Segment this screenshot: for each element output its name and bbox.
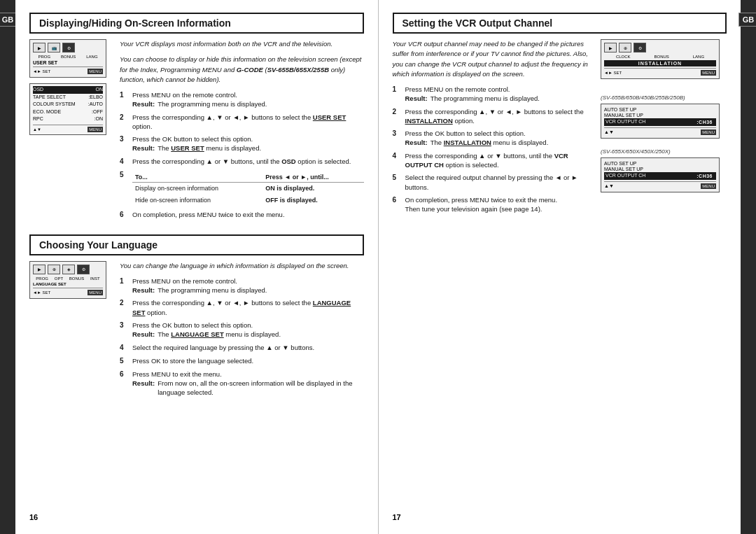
vcr-menu-1: OSD ON TAPE SELECT :ELBO COLOUR SYSTEM :… [29,83,106,135]
vcr-bottom-lang: ◄► SET MENU [33,288,103,295]
section2-content: ▶ ⊕ ◈ ⚙ PROG OPT BONUS INST L [29,261,364,401]
step-2-5: 5 Press OK to store the language selecte… [120,356,364,366]
gb-label-right: GB [738,13,756,27]
screen-group-655b: (SV-655B/650B/450B/255B/250B) AUTO SET U… [601,94,727,139]
section1-images: ▶ 📺 ⚙ PROG BONUS LANG USER SET [29,39,110,223]
right-screens: ▶ ⊕ ⚙ CLOCK BONUS LANG INSTALLATION [601,39,727,218]
small-vcr-655b: AUTO SET UP MANUAL SET UP VCR OUTPUT CH … [601,104,720,139]
right-section-text: Your VCR output channel may need to be c… [393,39,592,218]
vcr-right-icon3: ⚙ [634,43,646,52]
vcr-icon-l2: ⊕ [48,265,60,274]
right-intro: Your VCR output channel may need to be c… [393,39,592,79]
section1-steps: 1 Press MENU on the remote control. Resu… [120,90,364,220]
vcr-menu-row-eco: ECO. MODE :OFF [33,108,103,116]
step-1-4: 4 Press the corresponding ▲ or ▼ buttons… [120,157,364,167]
right-step-3: 3 Press the OK button to select this opt… [393,129,592,148]
vcr-labels-1: PROG BONUS LANG [33,55,103,59]
vcr-screen-right-top: ▶ ⊕ ⚙ CLOCK BONUS LANG INSTALLATION [601,39,720,79]
section1-intro: Your VCR displays most information both … [120,39,364,49]
step-2-6: 6 Press MENU to exit the menu. Result: F… [120,370,364,398]
vcr-right-icons: ▶ ⊕ ⚙ [604,43,716,52]
vcr-right-icon2: ⊕ [619,43,631,52]
vcr-menu-row-colour: COLOUR SYSTEM :AUTO [33,101,103,108]
section2-title-box: Choosing Your Language [29,234,364,255]
gb-tab-left: GB [0,0,15,534]
section-right-title: Setting the VCR Output Channel [402,17,718,29]
vcr-user-set: USER SET [33,60,103,65]
gb-tab-right: GB [741,0,756,534]
vcr-menu-row-osd: OSD ON [33,86,103,94]
screen-group-655x: (SV-655X/650X/450X/250X) AUTO SET UP MAN… [601,148,727,192]
step-1-3: 3 Press the OK button to select this opt… [120,134,364,153]
right-step-6: 6 On completion, press MENU twice to exi… [393,195,592,214]
step-1-6: 6 On completion, press MENU twice to exi… [120,210,364,220]
section2-steps: 1 Press MENU on the remote control. Resu… [120,276,364,398]
vcr-menu-row-rpc: RPC :ON [33,115,103,123]
vcr-icon-l1: ▶ [33,265,46,274]
screen-group-top: ▶ ⊕ ⚙ CLOCK BONUS LANG INSTALLATION [601,39,727,85]
section-displaying: Displaying/Hiding On-Screen Information … [29,13,364,223]
vcr-lang-set-label: LANGUAGE SET [33,282,103,286]
page-container: GB Displaying/Hiding On-Screen Informati… [0,0,756,534]
vcr-icon-l3: ◈ [62,265,75,274]
vcr-655b-row1: AUTO SET UP [604,107,716,112]
section1-title: Displaying/Hiding On-Screen Information [39,17,354,29]
section2-intro: You can change the language in which inf… [120,261,364,271]
press-table: To... Press ◄ or ►, until... Display on-… [132,172,364,206]
vcr-screen-1: ▶ 📺 ⚙ PROG BONUS LANG USER SET [29,39,106,78]
step-1-1: 1 Press MENU on the remote control. Resu… [120,90,364,109]
section2-title: Choosing Your Language [39,239,354,251]
vcr-right-icon1: ▶ [604,43,617,52]
right-step-4: 4 Press the corresponding ▲ or ▼ buttons… [393,151,592,170]
vcr-655b-row3: VCR OUTPUT CH :CH36 [604,118,716,126]
installation-label: INSTALLATION [604,60,716,66]
main-content: Displaying/Hiding On-Screen Information … [15,0,741,534]
screen-655x-label: (SV-655X/650X/450X/250X) [601,148,727,155]
small-vcr-655x: AUTO SET UP MANUAL SET UP VCR OUTPUT CH … [601,157,720,192]
vcr-bottom-2: ▲▼ MENU [33,125,103,132]
vcr-icons-1: ▶ 📺 ⚙ [33,43,103,52]
vcr-655x-row3: VCR OUTPUT CH :CH36 [604,172,716,180]
vcr-655x-bottom: ▲▼ MENU [604,181,716,189]
section2-text: You can change the language in which inf… [120,261,364,401]
right-step-1: 1 Press MENU on the remote control. Resu… [393,85,592,104]
step-2-4: 4 Select the required language by pressi… [120,343,364,353]
right-section-content: Your VCR output channel may need to be c… [393,39,727,218]
step-1-2: 2 Press the corresponding ▲, ▼ or ◄, ► b… [120,113,364,132]
vcr-labels-lang: PROG OPT BONUS INST [33,276,103,281]
section1-title-box: Displaying/Hiding On-Screen Information [29,13,364,34]
vcr-655x-row1: AUTO SET UP [604,161,716,166]
vcr-menu-row-tape: TAPE SELECT :ELBO [33,94,103,101]
section1-text: Your VCR displays most information both … [120,39,364,223]
section-right-title-box: Setting the VCR Output Channel [393,13,727,34]
vcr-screen-lang: ▶ ⊕ ◈ ⚙ PROG OPT BONUS INST L [29,261,106,299]
page-right: Setting the VCR Output Channel Your VCR … [379,0,741,534]
step-2-3: 3 Press the OK button to select this opt… [120,321,364,339]
vcr-icons-lang: ▶ ⊕ ◈ ⚙ [33,265,103,274]
section1-intro2: You can choose to display or hide this i… [120,55,364,85]
page-number-left: 16 [29,507,364,521]
page-number-right: 17 [393,507,727,521]
vcr-right-labels: CLOCK BONUS LANG [604,55,716,59]
step-1-5: 5 To... Press ◄ or ►, until... [120,170,364,206]
section-vcr-output: Setting the VCR Output Channel Your VCR … [393,13,727,218]
right-step-5: 5 Select the required output channel by … [393,173,592,192]
screen-655b-label: (SV-655B/650B/450B/255B/250B) [601,94,727,101]
vcr-icon-tv: 📺 [48,43,60,52]
vcr-655b-bottom: ▲▼ MENU [604,127,716,135]
right-steps: 1 Press MENU on the remote control. Resu… [393,85,592,214]
step-2-2: 2 Press the corresponding ▲, ▼ or ◄, ► b… [120,298,364,317]
section1-content: ▶ 📺 ⚙ PROG BONUS LANG USER SET [29,39,364,223]
right-step-2: 2 Press the corresponding ▲, ▼ or ◄, ► b… [393,107,592,126]
vcr-655b-row2: MANUAL SET UP [604,113,716,118]
step-2-1: 1 Press MENU on the remote control. Resu… [120,276,364,295]
vcr-icon-l4: ⚙ [77,265,90,274]
page-left: Displaying/Hiding On-Screen Information … [15,0,379,534]
vcr-right-bottom: ◄► SET MENU [604,68,716,76]
vcr-icon-play: ▶ [33,43,46,52]
section2-images: ▶ ⊕ ◈ ⚙ PROG OPT BONUS INST L [29,261,110,401]
vcr-655x-row2: MANUAL SET UP [604,167,716,171]
vcr-bottom-1: ◄► SET MENU [33,66,103,74]
section-language: Choosing Your Language ▶ ⊕ ◈ ⚙ [29,234,364,401]
vcr-icon-active: ⚙ [62,43,75,52]
